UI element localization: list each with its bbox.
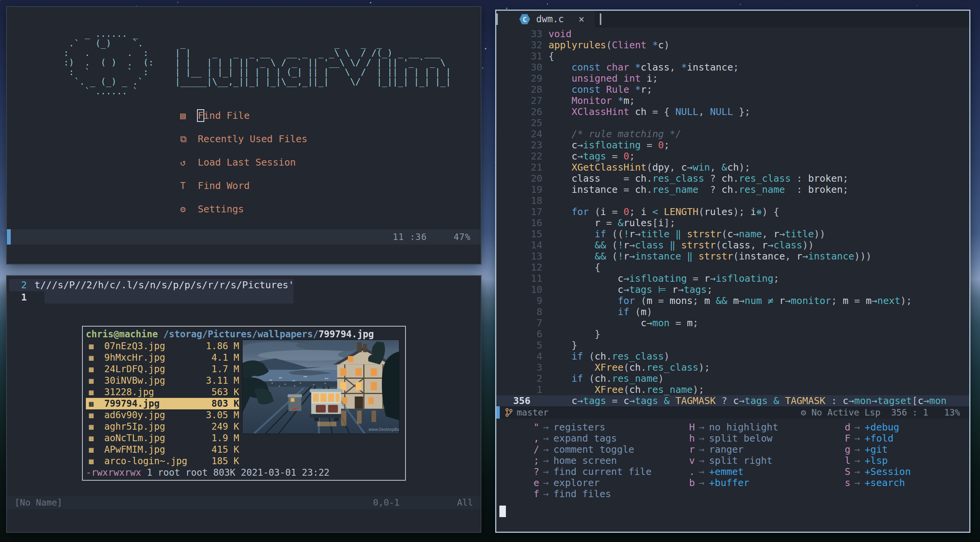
file-row[interactable]: ▦aghr5Ip.jpg249 K [86, 421, 239, 432]
whichkey-label: split below [709, 433, 773, 444]
file-row[interactable]: ▦31228.jpg563 K [86, 386, 239, 398]
load-session-icon: ↺ [180, 157, 198, 168]
file-row[interactable]: ▦APwFMIM.jpg415 K [86, 444, 239, 455]
line-text: t///s/P//2/h/c/.l/s/n/s/p/p/s/r/r/s/Pict… [34, 279, 294, 291]
whichkey-binding-home-screen[interactable]: ;→home screen [523, 455, 652, 466]
whichkey-binding-find-current-file[interactable]: ?→find current file [523, 466, 652, 477]
file-row[interactable]: ▦arco-login~.jpg185 K [86, 455, 239, 467]
arrow-right-icon: → [539, 422, 553, 433]
file-manager-popup[interactable]: chris@machine /storag/Pictures/wallpaper… [82, 326, 406, 481]
scroll-percent: 13% [944, 407, 960, 417]
recent-files-icon: ⧉ [180, 134, 198, 145]
whichkey-binding-registers[interactable]: "→registers [523, 422, 652, 433]
file-name: 24LrDFQ.jpg [104, 364, 165, 374]
arrow-right-icon: → [695, 422, 709, 433]
whichkey-binding--buffer[interactable]: b→+buffer [679, 477, 778, 488]
line-number: 14 [496, 240, 542, 251]
buffer-line: 2t///s/P//2/h/c/.l/s/n/s/p/p/s/r/r/s/Pic… [7, 279, 481, 291]
code-line: 4 if (ch.res_class) [496, 351, 969, 362]
menu-item-load-last-session[interactable]: ↺Load Last Session [180, 158, 481, 167]
menu-item-find-file[interactable]: ▤Find File [180, 111, 481, 120]
file-row[interactable]: ▦9hMxcHr.jpg4.1 M [86, 352, 239, 363]
whichkey-label: find current file [553, 466, 652, 477]
file-row[interactable]: ▦07nEzQ3.jpg1.86 M [86, 340, 239, 352]
image-file-icon: ▦ [89, 388, 104, 397]
whichkey-binding--lsp[interactable]: l→+lsp [834, 455, 911, 466]
star [485, 48, 486, 49]
menu-item-find-word[interactable]: TFind Word [180, 181, 481, 191]
tab-close-icon[interactable]: × [578, 13, 584, 25]
code-line: 17 for (i = 0; i < LENGTH(rules); i⧺) { [496, 206, 969, 217]
arrow-right-icon: → [695, 455, 709, 466]
whichkey-column: "→registers,→expand tags/→comment toggle… [523, 422, 652, 499]
whichkey-binding-expand-tags[interactable]: ,→expand tags [523, 433, 652, 444]
whichkey-binding-no-highlight[interactable]: H→no highlight [679, 422, 778, 433]
file-row[interactable]: ▦ad6v90y.jpg3.05 M [86, 409, 239, 421]
file-name: aghr5Ip.jpg [104, 421, 165, 432]
whichkey-popup: "→registers,→expand tags/→comment toggle… [496, 422, 969, 504]
whichkey-binding--debug[interactable]: d→+debug [834, 422, 911, 433]
menu-item-recently-used-files[interactable]: ⧉Recently Used Files [180, 134, 481, 144]
dashboard-statusline: 11 :36 47% [7, 229, 481, 245]
line-number: 26 [496, 106, 542, 117]
image-file-icon: ▦ [89, 434, 104, 443]
buffer-line: 1 [7, 291, 481, 304]
file-size: 415 K [212, 444, 239, 455]
settings-icon: ⚙ [180, 204, 198, 215]
whichkey-binding-find-files[interactable]: f→find files [523, 488, 652, 499]
tabline: C dwm.c × [496, 11, 969, 28]
whichkey-binding--search[interactable]: s→+search [834, 477, 911, 488]
menu-item-settings[interactable]: ⚙Settings [180, 204, 481, 214]
line-text: c→isfloating = r→isfloating; [548, 273, 779, 284]
whichkey-binding--emmet[interactable]: .→+emmet [679, 466, 778, 477]
file-name: arco-login~.jpg [104, 456, 187, 466]
line-text: for (m = mons; m && m→num ≠ r→monitor; m… [548, 295, 912, 306]
whichkey-binding-split-below[interactable]: h→split below [679, 433, 778, 444]
file-row[interactable]: ▦aoNcTLm.jpg1.9 M [86, 432, 239, 444]
whichkey-key: H [679, 422, 695, 433]
git-branch-name[interactable]: master [517, 407, 548, 417]
whichkey-label: find files [553, 488, 611, 499]
tab-dwm-c[interactable]: C dwm.c × [498, 11, 594, 28]
whichkey-binding--session[interactable]: S→+Session [834, 466, 911, 477]
file-row[interactable]: ▦24LrDFQ.jpg1.7 M [86, 363, 239, 375]
line-text: applyrules(Client *c) [548, 39, 670, 51]
file-row[interactable]: ▦30iNVBw.jpg3.11 M [86, 375, 239, 386]
code-line: 18 [496, 195, 969, 206]
editor-window[interactable]: C dwm.c × 33void32applyrules(Client *c)3… [495, 10, 970, 533]
dashboard-window[interactable]: _ ...... _ .` (_) `. _ _ _ _ : . . : | |… [6, 6, 481, 264]
image-file-icon: ▦ [89, 445, 104, 454]
image-file-icon: ▦ [89, 457, 104, 466]
code-line: 9 for (m = mons; m && m→num ≠ r→monitor;… [496, 295, 969, 306]
line-number: 16 [496, 217, 542, 228]
line-number: 13 [496, 251, 542, 262]
file-row-selected[interactable]: ▦799794.jpg803 K [86, 398, 239, 409]
whichkey-key: " [523, 422, 539, 433]
whichkey-binding-split-right[interactable]: v→split right [679, 455, 778, 466]
line-text: c→tags ⊨ r→tags; [548, 284, 712, 295]
preview-image: www.DesktopBackground.org [242, 340, 399, 434]
whichkey-binding-explorer[interactable]: e→explorer [523, 477, 652, 488]
line-number: 23 [496, 140, 542, 151]
buffer-name: [No Name] [15, 498, 62, 508]
whichkey-label: +buffer [709, 477, 749, 488]
line-text: c→tags = 0; [548, 151, 635, 162]
lsp-status: No Active Lsp [811, 407, 880, 417]
whichkey-binding--git[interactable]: g→+git [834, 444, 911, 455]
line-number: 2 [496, 373, 542, 384]
whichkey-key: b [679, 477, 695, 488]
editor-cmdline [496, 504, 969, 532]
whichkey-binding-ranger[interactable]: r→ranger [679, 444, 778, 455]
arrow-right-icon: → [850, 433, 865, 444]
line-number: 21 [496, 162, 542, 173]
scratch-window[interactable]: 2t///s/P//2/h/c/.l/s/n/s/p/p/s/r/r/s/Pic… [6, 275, 481, 533]
line-text: c→mon = m; [548, 317, 698, 328]
scratch-cmdline [7, 509, 481, 532]
statusline-accent-bar [496, 406, 500, 419]
line-number: 25 [496, 117, 542, 128]
whichkey-binding--fold[interactable]: F→+fold [834, 433, 911, 444]
whichkey-binding-comment-toggle[interactable]: /→comment toggle [523, 444, 652, 455]
code-line: 31{ [496, 51, 969, 62]
code-buffer[interactable]: 33void32applyrules(Client *c)31{30 const… [496, 28, 969, 406]
current-file: 799794.jpg [318, 329, 374, 340]
